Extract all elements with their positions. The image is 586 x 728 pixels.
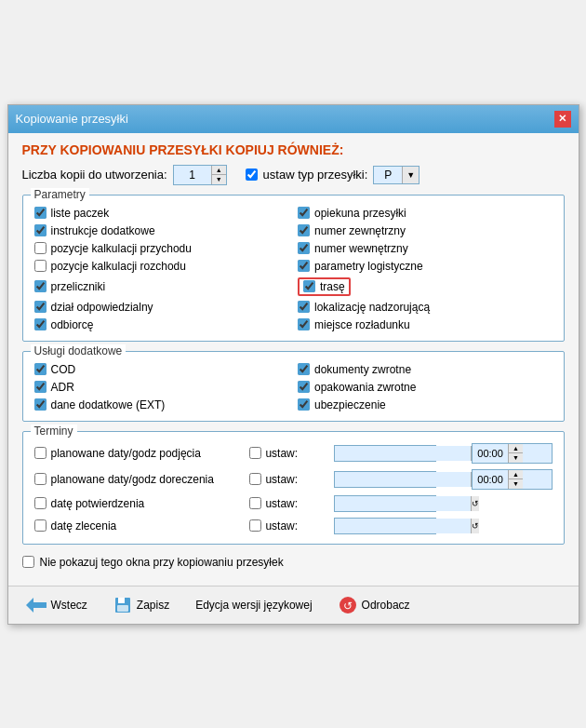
- param-odbiorce-label[interactable]: odbiorcę: [51, 318, 94, 331]
- uslugi-dokumenty-label[interactable]: dokumenty zwrotne: [314, 363, 411, 376]
- terminy-zlecenia-label[interactable]: datę zlecenia: [51, 519, 117, 533]
- ustaw-podjecia-checkbox[interactable]: [249, 447, 261, 459]
- uslugi-cod-checkbox[interactable]: [34, 363, 47, 375]
- type-checkbox[interactable]: [246, 169, 258, 181]
- param-lokalizacja-checkbox[interactable]: [298, 301, 310, 313]
- back-button[interactable]: Wstecz: [22, 596, 91, 614]
- terminy-doreczenia-label[interactable]: planowane daty/godz doreczenia: [51, 473, 214, 486]
- uslugi-group: Usługi dodatkowe COD dokumenty zwrotne A…: [22, 351, 565, 422]
- uslugi-ubezpieczenie: ubezpieczenie: [298, 398, 553, 411]
- param-numer-wew-label[interactable]: numer wewnętrzny: [314, 242, 408, 255]
- uslugi-ubezpieczenie-checkbox[interactable]: [298, 398, 310, 411]
- type-label[interactable]: ustaw typ przesyłki:: [263, 168, 368, 182]
- param-trase-checkbox[interactable]: [303, 280, 315, 292]
- ustaw-doreczenia-label[interactable]: ustaw:: [265, 473, 298, 486]
- param-miejsce-checkbox[interactable]: [298, 318, 310, 330]
- ustaw-podjecia-label[interactable]: ustaw:: [265, 447, 298, 460]
- uslugi-dokumenty-checkbox[interactable]: [298, 363, 310, 375]
- uslugi-grid: COD dokumenty zwrotne ADR opakowania zwr…: [34, 363, 553, 411]
- ustaw-potwierdzenia-label[interactable]: ustaw:: [265, 497, 298, 510]
- content-area: PRZY KOPIOWANIU PRZESYŁKI KOPIUJ RÓWNIEŻ…: [8, 133, 579, 586]
- terminy-group: Terminy planowane daty/godz podjęcia ust…: [22, 431, 565, 545]
- ustaw-zlecenia-label[interactable]: ustaw:: [265, 519, 298, 533]
- terminy-zlecenia-checkbox[interactable]: [34, 519, 47, 532]
- close-button[interactable]: ✕: [554, 111, 571, 128]
- no-show-label[interactable]: Nie pokazuj tego okna przy kopiowaniu pr…: [40, 556, 284, 569]
- uslugi-ubezpieczenie-label[interactable]: ubezpieczenie: [314, 398, 386, 411]
- param-parametry-log-checkbox[interactable]: [298, 260, 310, 272]
- terminy-podjecia-label[interactable]: planowane daty/godz podjęcia: [51, 447, 201, 460]
- param-dzial-label[interactable]: dział odpowiedzialny: [51, 301, 153, 314]
- param-kalkulacja-rozchodu-checkbox[interactable]: [34, 260, 47, 272]
- param-numer-wew-checkbox[interactable]: [298, 242, 310, 254]
- time-doreczenia-input[interactable]: [473, 470, 508, 489]
- param-numer-zew-label[interactable]: numer zewnętrzny: [314, 224, 406, 237]
- param-instrukcje-checkbox[interactable]: [34, 224, 47, 236]
- uslugi-cod-label[interactable]: COD: [51, 363, 76, 376]
- param-przeliczniki-label[interactable]: przeliczniki: [51, 280, 106, 293]
- param-przeliczniki-checkbox[interactable]: [34, 280, 47, 292]
- language-label: Edycja wersji językowej: [195, 599, 312, 612]
- time-doreczenia-spin-down[interactable]: ▼: [508, 479, 523, 489]
- type-input[interactable]: [374, 167, 402, 183]
- ustaw-doreczenia-checkbox[interactable]: [249, 473, 261, 485]
- date-zlecenia-btn[interactable]: ↺: [471, 519, 479, 533]
- terminy-podjecia-checkbox[interactable]: [34, 447, 47, 459]
- type-input-wrap: ▼: [373, 166, 420, 184]
- terminy-doreczenia-checkbox[interactable]: [34, 473, 47, 485]
- param-odbiorce-checkbox[interactable]: [34, 318, 47, 330]
- param-instrukcje-label[interactable]: instrukcje dodatkowe: [51, 224, 155, 237]
- param-kalkulacja-rozchodu-label[interactable]: pozycje kalkulacji rozchodu: [51, 260, 186, 273]
- date-potwierdzenia-input[interactable]: [335, 496, 471, 511]
- copies-spin-up[interactable]: ▲: [211, 166, 226, 175]
- date-potwierdzenia-btn[interactable]: ↺: [471, 496, 479, 511]
- param-kalkulacja-przychodu-label[interactable]: pozycje kalkulacji przychodu: [51, 242, 192, 255]
- param-numer-zew-checkbox[interactable]: [298, 224, 310, 236]
- time-doreczenia-spin-up[interactable]: ▲: [508, 470, 523, 479]
- param-kalkulacja-przychodu-checkbox[interactable]: [34, 242, 47, 254]
- param-miejsce-label[interactable]: miejsce rozładunku: [314, 318, 410, 331]
- time-podjecia-input[interactable]: [473, 444, 508, 463]
- uslugi-opakowania-checkbox[interactable]: [298, 381, 310, 393]
- param-liste-paczek-checkbox[interactable]: [34, 207, 47, 219]
- copies-input[interactable]: [174, 166, 211, 184]
- time-podjecia-spin-up[interactable]: ▲: [508, 444, 523, 453]
- uslugi-opakowania: opakowania zwrotne: [298, 381, 553, 394]
- uslugi-adr-checkbox[interactable]: [34, 381, 47, 393]
- uslugi-dane-label[interactable]: dane dodatkowe (EXT): [51, 398, 166, 411]
- date-podjecia-input[interactable]: [335, 446, 471, 461]
- terminy-group-label: Terminy: [31, 425, 77, 438]
- uslugi-dane-checkbox[interactable]: [34, 398, 47, 411]
- param-trase-label[interactable]: trasę: [320, 280, 345, 293]
- terminy-potwierdzenia-checkbox[interactable]: [34, 497, 47, 509]
- time-podjecia-spin-down[interactable]: ▼: [508, 453, 523, 463]
- terminy-podjecia-ustaw: ustaw:: [249, 447, 326, 460]
- param-numer-zew: numer zewnętrzny: [298, 224, 553, 237]
- type-dropdown-btn[interactable]: ▼: [402, 167, 419, 183]
- uslugi-adr-label[interactable]: ADR: [51, 381, 74, 394]
- terminy-potwierdzenia-ustaw: ustaw:: [249, 497, 326, 510]
- param-opiekuna-checkbox[interactable]: [298, 207, 310, 219]
- time-doreczenia-wrap: ▲ ▼: [472, 469, 552, 490]
- ustaw-potwierdzenia-checkbox[interactable]: [249, 497, 261, 509]
- no-show-checkbox[interactable]: [22, 556, 34, 568]
- param-dzial-checkbox[interactable]: [34, 301, 47, 313]
- copies-spin-down[interactable]: ▼: [211, 175, 226, 184]
- param-parametry-log-label[interactable]: parametry logistyczne: [314, 260, 423, 273]
- date-zlecenia-input[interactable]: [335, 519, 471, 533]
- param-numer-wew: numer wewnętrzny: [298, 242, 553, 255]
- param-lokalizacja: lokalizację nadzorującą: [298, 301, 553, 314]
- param-liste-paczek-label[interactable]: liste paczek: [51, 207, 110, 220]
- param-lokalizacja-label[interactable]: lokalizację nadzorującą: [314, 301, 430, 314]
- cancel-button[interactable]: ↺ Odrobacz: [335, 594, 414, 616]
- param-instrukcje: instrukcje dodatkowe: [34, 224, 289, 237]
- terminy-potwierdzenia-label[interactable]: datę potwierdzenia: [51, 497, 145, 510]
- uslugi-opakowania-label[interactable]: opakowania zwrotne: [314, 381, 416, 394]
- ustaw-zlecenia-checkbox[interactable]: [249, 519, 261, 532]
- param-liste-paczek: liste paczek: [34, 207, 289, 220]
- main-window: Kopiowanie przesyłki ✕ PRZY KOPIOWANIU P…: [7, 104, 579, 625]
- date-doreczenia-input[interactable]: [335, 472, 471, 487]
- param-opiekuna-label[interactable]: opiekuna przesyłki: [314, 207, 406, 220]
- language-button[interactable]: Edycja wersji językowej: [192, 597, 315, 613]
- save-button[interactable]: Zapisz: [110, 594, 173, 616]
